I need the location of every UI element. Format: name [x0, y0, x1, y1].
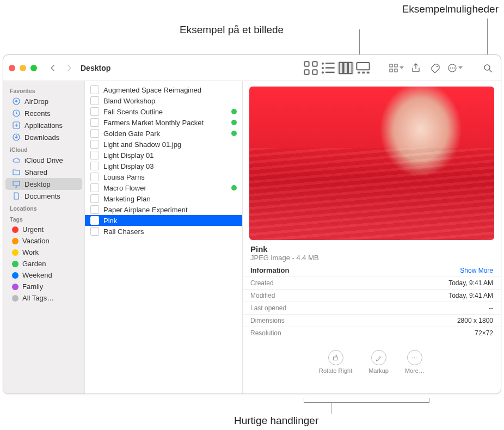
sidebar-item-icloud-drive[interactable]: iCloud Drive	[5, 154, 82, 166]
svg-point-36	[416, 357, 417, 358]
maximize-icon[interactable]	[30, 65, 37, 71]
file-item[interactable]: Macro Flower	[85, 182, 242, 193]
alltags-icon	[12, 295, 19, 302]
clock-icon	[12, 109, 21, 118]
annotation-line	[304, 398, 304, 403]
view-columns-button[interactable]	[337, 61, 354, 75]
file-item[interactable]: Bland Workshop	[85, 95, 242, 106]
close-icon[interactable]	[9, 65, 15, 71]
svg-rect-17	[390, 64, 392, 67]
file-label: Light Display 03	[103, 162, 237, 170]
sidebar-section-locations: Locations	[3, 202, 84, 213]
file-icon	[90, 162, 99, 170]
sidebar-tag-item[interactable]: Garden	[5, 258, 82, 269]
file-item[interactable]: Light and Shadow 01.jpg	[85, 139, 242, 150]
file-item[interactable]: Augmented Space Reimagined	[85, 84, 242, 95]
more-menu[interactable]	[447, 61, 463, 75]
view-gallery-button[interactable]	[355, 61, 371, 75]
svg-rect-20	[395, 69, 397, 72]
sidebar-item-label: Garden	[22, 260, 46, 268]
sidebar-item-label: iCloud Drive	[24, 156, 63, 164]
show-more-button[interactable]: Show More	[460, 267, 493, 274]
sidebar-item-downloads[interactable]: Downloads	[5, 131, 82, 143]
file-item[interactable]: Rail Chasers	[85, 226, 242, 237]
action-markup[interactable]: Markup	[368, 350, 389, 374]
sidebar-item-label: Desktop	[24, 180, 51, 188]
file-label: Paper Airplane Experiment	[103, 206, 237, 214]
file-icon	[90, 216, 99, 225]
sidebar-section-tags: Tags	[3, 213, 84, 224]
sidebar-item-all-tags[interactable]: All Tags…	[5, 292, 82, 304]
file-icon	[90, 140, 99, 149]
location-title: Desktop	[81, 64, 110, 72]
tags-button[interactable]	[428, 61, 443, 75]
svg-point-25	[454, 67, 455, 69]
file-item[interactable]: Fall Scents Outline	[85, 106, 242, 117]
sidebar-tag-item[interactable]: Work	[5, 247, 82, 258]
svg-rect-2	[304, 70, 309, 74]
preview-image[interactable]	[249, 87, 494, 240]
info-header: Information Show More	[243, 265, 501, 277]
svg-rect-12	[348, 63, 352, 73]
back-button[interactable]	[47, 62, 59, 74]
airdrop-icon	[12, 97, 21, 106]
finder-window: Desktop Favorites AirDrop Recents Applic…	[3, 54, 501, 394]
action-rotate-right[interactable]: Rotate Right	[319, 350, 352, 374]
sidebar-item-airdrop[interactable]: AirDrop	[5, 95, 82, 107]
sidebar-item-label: Downloads	[24, 133, 59, 142]
forward-button[interactable]	[63, 62, 75, 74]
file-item[interactable]: Marketing Plan	[85, 193, 242, 204]
file-item[interactable]: Louisa Parris	[85, 171, 242, 182]
info-value: Today, 9:41 AM	[448, 292, 493, 299]
file-icon	[90, 227, 99, 236]
minimize-icon[interactable]	[20, 65, 26, 71]
sidebar-tag-item[interactable]: Weekend	[5, 269, 82, 281]
file-icon	[90, 85, 99, 94]
file-label: Light Display 01	[103, 151, 237, 159]
svg-rect-33	[334, 357, 337, 360]
file-item[interactable]: Light Display 01	[85, 150, 242, 161]
file-label: Bland Workshop	[103, 97, 237, 105]
group-by-menu[interactable]	[389, 61, 404, 75]
info-value: Today, 9:41 AM	[448, 279, 493, 287]
info-value: 2800 x 1800	[457, 317, 493, 324]
toolbar: Desktop	[3, 55, 501, 81]
file-item[interactable]: Golden Gate Park	[85, 128, 242, 139]
tag-dot-icon	[12, 238, 19, 244]
sidebar-item-documents[interactable]: Documents	[5, 190, 82, 202]
sidebar-item-applications[interactable]: Applications	[5, 119, 82, 131]
sidebar-item-label: Work	[22, 248, 39, 256]
action-more[interactable]: More…	[405, 350, 425, 374]
svg-rect-5	[325, 63, 335, 64]
tag-dot-icon	[231, 185, 237, 191]
share-button[interactable]	[408, 61, 423, 75]
svg-point-34	[413, 357, 414, 358]
sidebar-tag-item[interactable]: Vacation	[5, 235, 82, 247]
file-item[interactable]: Paper Airplane Experiment	[85, 204, 242, 215]
svg-rect-10	[339, 63, 343, 73]
file-item[interactable]: Light Display 03	[85, 161, 242, 171]
view-list-button[interactable]	[320, 61, 336, 75]
info-label: Created	[250, 279, 274, 287]
annotation-preview-image: Eksempel på et billede	[180, 24, 284, 36]
sidebar-tag-item[interactable]: Family	[5, 281, 82, 292]
sidebar-item-recents[interactable]: Recents	[5, 107, 82, 119]
file-label: Marketing Plan	[103, 195, 237, 203]
file-icon	[90, 118, 99, 127]
sidebar-tag-item[interactable]: Urgent	[5, 224, 82, 235]
svg-rect-1	[312, 62, 317, 66]
sidebar-item-shared[interactable]: Shared	[5, 166, 82, 178]
info-row: Resolution72×72	[243, 327, 501, 339]
file-icon	[90, 194, 99, 203]
info-row: Dimensions2800 x 1800	[243, 314, 501, 327]
search-button[interactable]	[480, 61, 495, 75]
sidebar-item-label: Urgent	[22, 225, 44, 234]
file-item[interactable]: Pink	[85, 215, 242, 226]
file-list[interactable]: Augmented Space ReimaginedBland Workshop…	[85, 81, 243, 394]
file-item[interactable]: Farmers Market Monthly Packet	[85, 117, 242, 128]
sidebar-item-label: Applications	[24, 121, 63, 130]
sidebar-item-desktop[interactable]: Desktop	[5, 178, 82, 190]
info-row: ModifiedToday, 9:41 AM	[243, 289, 501, 302]
cloud-icon	[12, 156, 21, 164]
view-icons-button[interactable]	[303, 61, 319, 75]
